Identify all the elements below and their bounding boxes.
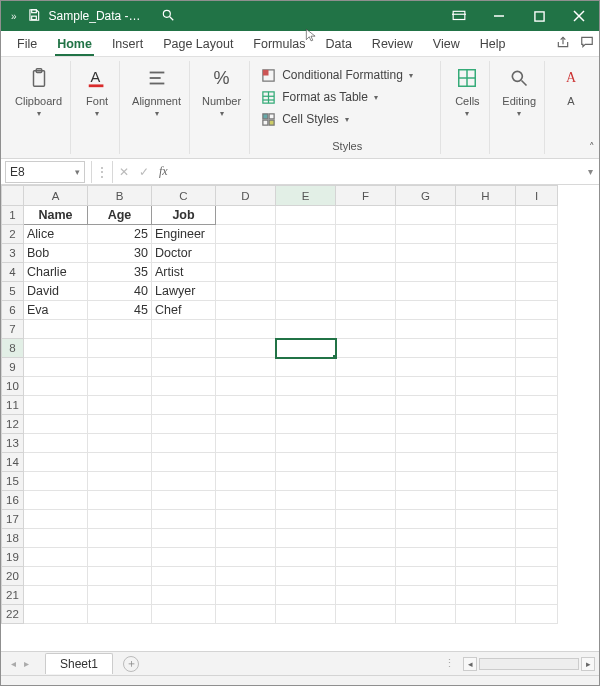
addins-button[interactable]: A A xyxy=(555,63,587,109)
cell[interactable] xyxy=(456,434,516,453)
column-header[interactable]: A xyxy=(24,186,88,206)
cell[interactable] xyxy=(336,358,396,377)
row-header[interactable]: 14 xyxy=(2,453,24,472)
cell[interactable] xyxy=(516,320,558,339)
cell[interactable] xyxy=(88,415,152,434)
cell[interactable] xyxy=(516,301,558,320)
column-header[interactable]: H xyxy=(456,186,516,206)
tab-review[interactable]: Review xyxy=(362,33,423,55)
row-header[interactable]: 20 xyxy=(2,567,24,586)
cell[interactable] xyxy=(396,605,456,624)
cell[interactable] xyxy=(456,225,516,244)
cell[interactable] xyxy=(88,548,152,567)
cell[interactable] xyxy=(516,206,558,225)
cell[interactable] xyxy=(24,605,88,624)
cell[interactable] xyxy=(276,510,336,529)
cell[interactable] xyxy=(336,415,396,434)
cell[interactable] xyxy=(516,263,558,282)
cell[interactable] xyxy=(396,339,456,358)
cell[interactable] xyxy=(216,263,276,282)
row-header[interactable]: 7 xyxy=(2,320,24,339)
cell[interactable]: Job xyxy=(152,206,216,225)
cell[interactable] xyxy=(456,586,516,605)
cell[interactable] xyxy=(456,377,516,396)
cell[interactable] xyxy=(396,453,456,472)
cell[interactable] xyxy=(336,491,396,510)
cell[interactable]: Eva xyxy=(24,301,88,320)
cell[interactable]: 35 xyxy=(88,263,152,282)
cell[interactable] xyxy=(216,301,276,320)
cell[interactable] xyxy=(396,396,456,415)
tab-insert[interactable]: Insert xyxy=(102,33,153,55)
cell[interactable] xyxy=(152,567,216,586)
cell[interactable] xyxy=(336,510,396,529)
cell[interactable] xyxy=(276,529,336,548)
cell[interactable] xyxy=(24,567,88,586)
collapse-ribbon-icon[interactable]: ˄ xyxy=(589,141,595,154)
cell[interactable] xyxy=(24,339,88,358)
cell[interactable] xyxy=(24,434,88,453)
cell[interactable] xyxy=(152,434,216,453)
name-box-dropdown-icon[interactable]: ▾ xyxy=(75,167,80,177)
cell[interactable] xyxy=(516,244,558,263)
row-header[interactable]: 9 xyxy=(2,358,24,377)
cell[interactable] xyxy=(456,206,516,225)
cell[interactable] xyxy=(276,605,336,624)
row-header[interactable]: 2 xyxy=(2,225,24,244)
cell[interactable] xyxy=(276,358,336,377)
cell[interactable] xyxy=(336,244,396,263)
select-all-corner[interactable] xyxy=(2,186,24,206)
column-header[interactable]: C xyxy=(152,186,216,206)
enter-formula-icon[interactable]: ✓ xyxy=(139,165,149,179)
cell[interactable] xyxy=(336,453,396,472)
tab-formulas[interactable]: Formulas xyxy=(243,33,315,55)
cell[interactable]: Doctor xyxy=(152,244,216,263)
cell[interactable] xyxy=(88,320,152,339)
cell[interactable] xyxy=(516,434,558,453)
column-header[interactable]: E xyxy=(276,186,336,206)
cell[interactable] xyxy=(152,377,216,396)
cell[interactable] xyxy=(24,415,88,434)
cell[interactable] xyxy=(276,206,336,225)
tab-help[interactable]: Help xyxy=(470,33,516,55)
cell[interactable] xyxy=(276,263,336,282)
save-icon[interactable] xyxy=(27,8,41,25)
cell[interactable] xyxy=(336,586,396,605)
cell[interactable] xyxy=(276,586,336,605)
cell[interactable] xyxy=(276,415,336,434)
cell[interactable] xyxy=(24,453,88,472)
cell[interactable] xyxy=(24,529,88,548)
cell[interactable] xyxy=(152,339,216,358)
cell[interactable] xyxy=(336,472,396,491)
tab-view[interactable]: View xyxy=(423,33,470,55)
cell[interactable] xyxy=(336,434,396,453)
row-header[interactable]: 10 xyxy=(2,377,24,396)
cell[interactable]: Age xyxy=(88,206,152,225)
format-as-table-button[interactable]: Format as Table ▾ xyxy=(260,89,378,105)
cell[interactable]: Engineer xyxy=(152,225,216,244)
cell[interactable] xyxy=(152,320,216,339)
cell[interactable] xyxy=(516,282,558,301)
column-header[interactable]: F xyxy=(336,186,396,206)
cell[interactable] xyxy=(88,586,152,605)
cell[interactable] xyxy=(88,491,152,510)
cell[interactable] xyxy=(88,358,152,377)
row-header[interactable]: 11 xyxy=(2,396,24,415)
cell[interactable] xyxy=(336,282,396,301)
cell[interactable] xyxy=(216,320,276,339)
cell[interactable] xyxy=(456,529,516,548)
cell[interactable]: Lawyer xyxy=(152,282,216,301)
cell[interactable] xyxy=(24,396,88,415)
cell[interactable] xyxy=(336,301,396,320)
cell[interactable] xyxy=(456,567,516,586)
cell[interactable] xyxy=(216,358,276,377)
row-header[interactable]: 12 xyxy=(2,415,24,434)
cell[interactable] xyxy=(396,548,456,567)
hscrollbar[interactable] xyxy=(479,658,579,670)
cell[interactable] xyxy=(216,605,276,624)
cell[interactable] xyxy=(152,529,216,548)
cell[interactable] xyxy=(516,586,558,605)
cell[interactable] xyxy=(216,510,276,529)
cell[interactable] xyxy=(88,605,152,624)
cell[interactable] xyxy=(396,225,456,244)
